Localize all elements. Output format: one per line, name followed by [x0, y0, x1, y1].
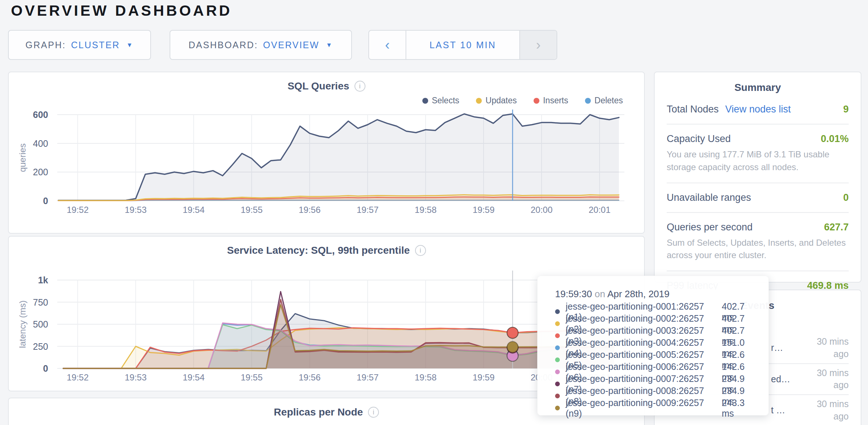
event-title: ed…: [771, 374, 790, 384]
svg-text:19:58: 19:58: [415, 372, 437, 382]
svg-text:19:59: 19:59: [473, 205, 495, 215]
svg-text:250: 250: [33, 341, 48, 352]
qps-label: Queries per second: [667, 222, 753, 233]
series-dot-icon: [555, 406, 560, 410]
svg-text:19:56: 19:56: [299, 205, 321, 215]
replicas-title: Replicas per Node: [274, 406, 363, 418]
summary-row-capacity: Capacity Used 0.01% You are using 177.7 …: [667, 125, 849, 183]
unavailable-ranges-value: 0: [843, 192, 849, 203]
summary-row-total-nodes: Total Nodes View nodes list 9: [667, 95, 849, 125]
series-dot-icon: [555, 382, 560, 386]
svg-text:latency (ms): latency (ms): [18, 300, 27, 348]
graph-dropdown[interactable]: GRAPH: CLUSTER ▼: [8, 30, 151, 60]
series-dot-icon: [555, 357, 560, 362]
svg-text:19:53: 19:53: [125, 205, 147, 215]
event-time: 30 mins ago: [804, 336, 849, 360]
series-dot-icon: [555, 309, 560, 314]
sql-queries-chart[interactable]: 020040060019:5219:5319:5419:5519:5619:57…: [9, 72, 644, 233]
capacity-value: 0.01%: [821, 133, 849, 145]
svg-text:19:52: 19:52: [67, 205, 89, 215]
svg-text:750: 750: [33, 297, 48, 307]
series-dot-icon: [555, 321, 560, 326]
svg-text:19:58: 19:58: [415, 205, 437, 215]
svg-text:19:57: 19:57: [357, 372, 379, 382]
dashboard-dropdown[interactable]: DASHBOARD: OVERVIEW ▼: [170, 30, 352, 60]
tooltip-date: Apr 28th, 2019: [607, 288, 670, 299]
total-nodes-label: Total Nodes: [667, 104, 719, 115]
svg-text:20:01: 20:01: [589, 205, 611, 215]
svg-text:20:00: 20:00: [531, 205, 553, 215]
overview-dashboard-page: OVERVIEW DASHBOARD GRAPH: CLUSTER ▼ DASH…: [0, 0, 868, 425]
svg-text:400: 400: [33, 138, 48, 149]
capacity-label: Capacity Used: [667, 133, 731, 145]
summary-row-unavailable: Unavailable ranges 0: [667, 183, 849, 213]
summary-row-qps: Queries per second 627.7 Sum of Selects,…: [667, 213, 849, 272]
svg-text:19:54: 19:54: [183, 372, 205, 382]
info-icon[interactable]: i: [368, 407, 379, 418]
time-range-selector: ‹ LAST 10 MIN ›: [368, 30, 557, 60]
svg-text:queries: queries: [18, 143, 27, 172]
time-range-next-button[interactable]: ›: [519, 31, 557, 59]
svg-text:600: 600: [33, 110, 48, 120]
qps-value: 627.7: [824, 222, 849, 233]
summary-panel: Summary Total Nodes View nodes list 9 Ca…: [654, 72, 861, 283]
chevron-left-icon: ‹: [385, 37, 390, 53]
tooltip-node-value: 243.3 ms: [722, 398, 757, 419]
tooltip-node-name: jesse-geo-partitioning-0009:26257 (n9): [566, 398, 722, 419]
svg-text:19:54: 19:54: [183, 205, 205, 215]
series-dot-icon: [555, 333, 560, 338]
chart-hover-tooltip: 19:59:30 on Apr 28th, 2019 jesse-geo-par…: [537, 276, 769, 416]
capacity-description: You are using 177.7 MiB of 3.1 TiB usabl…: [667, 148, 849, 174]
chevron-down-icon: ▼: [127, 42, 133, 49]
unavailable-ranges-label: Unavailable ranges: [667, 192, 751, 203]
svg-text:19:56: 19:56: [299, 372, 321, 382]
tooltip-time: 19:59:30: [555, 288, 592, 299]
total-nodes-value: 9: [843, 104, 849, 115]
svg-text:19:57: 19:57: [357, 205, 379, 215]
series-dot-icon: [555, 370, 560, 374]
svg-text:1k: 1k: [38, 275, 48, 285]
summary-title: Summary: [667, 82, 849, 93]
event-title: t …: [771, 405, 785, 416]
dashboard-dropdown-value: OVERVIEW: [263, 40, 319, 50]
svg-text:19:55: 19:55: [241, 372, 263, 382]
tooltip-header: 19:59:30 on Apr 28th, 2019: [555, 288, 757, 300]
chevron-right-icon: ›: [536, 37, 541, 53]
event-title: r…: [771, 342, 783, 353]
svg-text:0: 0: [43, 363, 48, 374]
svg-text:19:52: 19:52: [67, 372, 89, 382]
graph-dropdown-label: GRAPH:: [26, 40, 66, 50]
qps-description: Sum of Selects, Updates, Inserts, and De…: [667, 237, 849, 262]
time-range-label[interactable]: LAST 10 MIN: [406, 31, 519, 59]
tooltip-row: jesse-geo-partitioning-0009:26257 (n9) 2…: [555, 402, 757, 414]
svg-text:500: 500: [33, 319, 48, 329]
time-range-prev-button[interactable]: ‹: [369, 31, 406, 59]
event-time: 30 mins ago: [804, 398, 849, 423]
svg-text:19:53: 19:53: [125, 372, 147, 382]
sql-queries-panel: SQL Queries i Selects Updates Inserts De…: [8, 72, 645, 234]
dashboard-dropdown-label: DASHBOARD:: [189, 40, 258, 50]
series-dot-icon: [555, 345, 560, 350]
graph-dropdown-value: CLUSTER: [71, 40, 120, 50]
series-dot-icon: [555, 394, 560, 398]
tooltip-rows: jesse-geo-partitioning-0001:26257 (n1) 4…: [555, 306, 757, 414]
svg-text:19:55: 19:55: [241, 205, 263, 215]
svg-text:200: 200: [33, 167, 48, 177]
chevron-down-icon: ▼: [326, 42, 333, 49]
view-nodes-list-link[interactable]: View nodes list: [725, 104, 791, 115]
tooltip-on: on: [594, 288, 605, 299]
svg-text:0: 0: [43, 196, 48, 206]
svg-text:19:59: 19:59: [473, 372, 495, 382]
page-title: OVERVIEW DASHBOARD: [11, 2, 232, 19]
event-time: 30 mins ago: [804, 367, 849, 392]
